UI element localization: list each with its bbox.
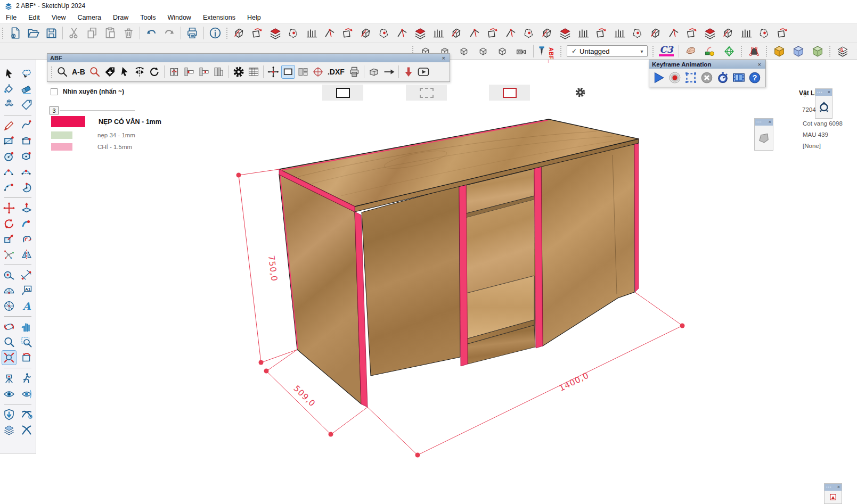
eraser-tool[interactable]: [19, 82, 34, 97]
move-tool[interactable]: [2, 201, 17, 216]
paint-bucket-tool[interactable]: [2, 82, 17, 97]
camera-view-icon[interactable]: [513, 44, 530, 59]
plugin-tool-26-icon[interactable]: [684, 25, 700, 41]
abf-select-icon[interactable]: [118, 65, 132, 79]
face-frame-tool-icon[interactable]: [746, 44, 763, 59]
plugin-tool-12-icon[interactable]: [430, 25, 446, 41]
paste-icon[interactable]: [102, 25, 118, 41]
abf-search-icon[interactable]: [55, 65, 69, 79]
walk-tool[interactable]: [19, 371, 34, 386]
offset-tool[interactable]: [19, 232, 34, 246]
toolbar-grip[interactable]: [829, 45, 831, 57]
red-tool-icon[interactable]: [829, 492, 837, 502]
tags-combobox[interactable]: ✓Untagged▾: [567, 45, 648, 57]
abf-find-icon[interactable]: [88, 65, 102, 79]
abf-flip-icon[interactable]: [133, 65, 146, 79]
flip-tool[interactable]: [19, 247, 34, 262]
orbit-tool[interactable]: [2, 319, 17, 334]
push-pull-tool[interactable]: [19, 201, 34, 216]
see-through-checkbox[interactable]: [51, 88, 58, 95]
kf-delete-icon[interactable]: [700, 71, 714, 85]
line-tool[interactable]: [2, 118, 17, 133]
circle-tool[interactable]: [2, 149, 17, 164]
two-point-arc-tool[interactable]: [19, 164, 34, 179]
layers-blue-icon[interactable]: [853, 44, 857, 59]
three-point-arc-tool[interactable]: [2, 180, 17, 195]
polygon-face-icon[interactable]: [756, 130, 771, 145]
toolbar-grip[interactable]: [560, 45, 562, 57]
plugin-tool-21-icon[interactable]: [593, 25, 609, 41]
bottom-mini-titlebar[interactable]: ... ×: [825, 484, 842, 491]
panel-close-icon[interactable]: ×: [837, 485, 840, 490]
layers-s-icon[interactable]: S: [834, 44, 851, 59]
delete-icon[interactable]: [120, 25, 136, 41]
protractor-tool[interactable]: [2, 283, 17, 298]
right-view-icon[interactable]: [475, 44, 492, 59]
plugin-tool-25-icon[interactable]: [666, 25, 682, 41]
legend-item[interactable]: CHỈ - 1.5mm: [51, 143, 161, 151]
menu-extensions[interactable]: Extensions: [197, 13, 241, 22]
abf-toolbar-titlebar[interactable]: ABF ×: [47, 54, 450, 62]
redo-icon[interactable]: [161, 25, 177, 41]
plugin-cross-tool[interactable]: [19, 423, 34, 437]
rotate-tool[interactable]: [2, 216, 17, 231]
chevron-down-icon[interactable]: ▾: [636, 48, 647, 54]
plugin-tool-19-icon[interactable]: [557, 25, 573, 41]
menu-camera[interactable]: Camera: [72, 13, 107, 22]
position-camera-tool[interactable]: [2, 371, 17, 386]
pan-tool[interactable]: [19, 319, 34, 334]
freehand-tool[interactable]: [19, 118, 34, 133]
plugin-tool-28-icon[interactable]: [720, 25, 736, 41]
toolbar-grip[interactable]: [226, 27, 228, 39]
plugin-tool-22-icon[interactable]: [611, 25, 627, 41]
plugin-tool-9-icon[interactable]: [376, 25, 392, 41]
new-file-icon[interactable]: [7, 25, 23, 41]
abf-panel-view-icon[interactable]: [281, 65, 295, 79]
rotated-rectangle-tool[interactable]: [19, 134, 34, 148]
plugin-tool-14-icon[interactable]: [467, 25, 483, 41]
dimension-tool[interactable]: [19, 268, 34, 283]
toolbar-grip[interactable]: [652, 45, 655, 57]
cut-icon[interactable]: [66, 25, 82, 41]
components-tool[interactable]: [2, 97, 17, 112]
viewport-settings-gear-icon[interactable]: [574, 86, 586, 98]
keyframe-close-icon[interactable]: ×: [756, 61, 763, 68]
zoom-extents-tool[interactable]: [2, 350, 17, 365]
panel-options-icon[interactable]: ...: [826, 484, 832, 489]
copy-icon[interactable]: [84, 25, 100, 41]
plugin-tool-4-icon[interactable]: [285, 25, 301, 41]
abf-rotate-icon[interactable]: [148, 65, 161, 79]
abf-export-box-icon[interactable]: [367, 65, 381, 79]
panel-close-icon[interactable]: ×: [828, 90, 830, 95]
look-around-tool[interactable]: [2, 386, 17, 401]
abf-move-icon[interactable]: [266, 65, 280, 79]
text-tool[interactable]: A1: [19, 283, 34, 298]
style-red-button[interactable]: [489, 85, 530, 101]
abf-layout-icon[interactable]: [296, 65, 310, 79]
slider-track[interactable]: [60, 110, 135, 111]
abf-download-icon[interactable]: [402, 65, 415, 79]
save-icon[interactable]: [43, 25, 59, 41]
plugin-tool-24-icon[interactable]: [648, 25, 664, 41]
abf-origin-icon[interactable]: [311, 65, 325, 79]
plugin-tool-11-icon[interactable]: [412, 25, 428, 41]
abf-play-icon[interactable]: [417, 65, 430, 79]
open-file-icon[interactable]: [25, 25, 41, 41]
toolbar-grip[interactable]: [765, 45, 768, 57]
panel-close-icon[interactable]: ×: [769, 120, 771, 125]
zoom-window-tool[interactable]: [19, 335, 34, 350]
panel-options-icon[interactable]: ...: [756, 119, 762, 123]
axes-tool[interactable]: [2, 299, 17, 313]
multi-move-tool[interactable]: [2, 247, 17, 262]
plugin-tool-7-icon[interactable]: [340, 25, 356, 41]
shell-tool-icon[interactable]: [682, 44, 699, 59]
abf-close-icon[interactable]: ×: [440, 55, 447, 61]
scale-tool[interactable]: [2, 232, 17, 246]
menu-draw[interactable]: Draw: [107, 13, 134, 22]
plugin-import-tool[interactable]: [2, 407, 17, 422]
previous-view-tool[interactable]: [19, 350, 34, 365]
plugin-tool-17-icon[interactable]: [521, 25, 537, 41]
abf-table-icon[interactable]: [247, 65, 260, 79]
kf-timing-icon[interactable]: [716, 71, 730, 85]
plugin-tool-18-icon[interactable]: [539, 25, 555, 41]
